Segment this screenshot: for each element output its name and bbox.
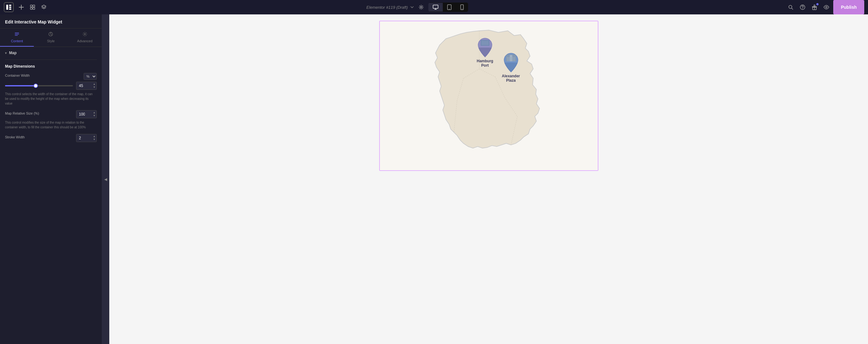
- svg-rect-9: [33, 7, 35, 9]
- svg-rect-27: [481, 41, 489, 45]
- sidebar-content: ▾ Map Map Dimensions Container Width % p…: [0, 47, 102, 344]
- alexander-plaza-label: Alexander Plaza: [502, 74, 520, 83]
- stroke-width-label: Stroke Width: [5, 135, 25, 139]
- mobile-view-button[interactable]: [456, 2, 468, 12]
- tab-style[interactable]: Style: [34, 29, 68, 46]
- style-tab-label: Style: [47, 39, 55, 43]
- publish-button[interactable]: Publish: [833, 0, 864, 14]
- svg-rect-2: [9, 7, 11, 8]
- map-relative-size-increment[interactable]: ▲: [92, 111, 96, 114]
- top-bar-actions: [16, 2, 49, 12]
- alexander-plaza-pin[interactable]: Alexander Plaza: [502, 53, 520, 83]
- tablet-view-button[interactable]: [443, 2, 456, 12]
- svg-rect-6: [30, 5, 32, 7]
- svg-rect-11: [433, 5, 438, 8]
- container-width-number-wrap: ▲ ▼: [76, 82, 97, 90]
- map-relative-size-number-wrap: ▲ ▼: [76, 110, 97, 118]
- map-section-header[interactable]: ▾ Map: [5, 51, 97, 55]
- page-dropdown[interactable]: [410, 5, 414, 9]
- map-relative-size-decrement[interactable]: ▼: [92, 114, 96, 117]
- collapse-icon: ◀: [104, 177, 107, 182]
- stroke-width-spinners: ▲ ▼: [92, 135, 96, 141]
- svg-point-21: [826, 7, 827, 8]
- layers-button[interactable]: [39, 2, 49, 12]
- hamburg-port-label: Hamburg Port: [477, 59, 494, 68]
- svg-point-15: [462, 9, 463, 9]
- stroke-width-number-wrap: ▲ ▼: [76, 134, 97, 142]
- map-relative-help: This control modifies the size of the ma…: [5, 120, 97, 130]
- svg-rect-8: [30, 7, 32, 9]
- top-bar-right: Publish: [786, 0, 864, 14]
- main-layout: Edit Interactive Map Widget Content: [0, 14, 868, 344]
- desktop-view-button[interactable]: [428, 3, 443, 11]
- style-tab-icon: [48, 32, 53, 38]
- sidebar-header: Edit Interactive Map Widget: [0, 14, 102, 29]
- container-width-decrement[interactable]: ▼: [92, 86, 96, 89]
- view-switcher: [428, 2, 468, 12]
- sidebar-tabs: Content Style Advanced: [0, 29, 102, 47]
- tab-advanced[interactable]: Advanced: [68, 29, 102, 46]
- svg-rect-1: [9, 5, 11, 6]
- map-container: Hamburg Port: [380, 21, 598, 170]
- map-dimensions-label: Map Dimensions: [5, 64, 97, 68]
- svg-point-10: [421, 7, 422, 8]
- stroke-width-increment[interactable]: ▲: [92, 135, 96, 138]
- gift-button[interactable]: [809, 2, 819, 12]
- sidebar: Edit Interactive Map Widget Content: [0, 14, 102, 344]
- container-width-help: This control selects the width of the co…: [5, 92, 97, 106]
- sidebar-title: Edit Interactive Map Widget: [5, 20, 97, 24]
- svg-rect-0: [6, 5, 8, 10]
- container-width-slider-row: ▲ ▼: [5, 82, 97, 90]
- container-width-spinners: ▲ ▼: [92, 83, 96, 89]
- svg-point-18: [803, 8, 803, 9]
- svg-point-23: [84, 33, 86, 35]
- hamburg-port-pin[interactable]: Hamburg Port: [477, 37, 494, 68]
- slider-thumb[interactable]: [33, 84, 38, 88]
- page-title: Elementor #119 (Draft): [366, 5, 408, 10]
- advanced-tab-icon: [82, 32, 87, 38]
- container-width-slider-track[interactable]: [5, 85, 73, 86]
- container-width-label: Container Width: [5, 73, 30, 77]
- container-width-input-row: % px: [84, 73, 97, 80]
- container-width-unit-select[interactable]: % px: [84, 73, 97, 80]
- search-button[interactable]: [786, 2, 796, 12]
- help-button[interactable]: [798, 2, 808, 12]
- page-settings-button[interactable]: [416, 2, 426, 12]
- slider-fill: [5, 85, 36, 86]
- stroke-width-decrement[interactable]: ▼: [92, 138, 96, 141]
- map-relative-size-spinners: ▲ ▼: [92, 111, 96, 117]
- top-bar-center: Elementor #119 (Draft): [51, 2, 783, 12]
- elementor-logo[interactable]: [4, 2, 14, 12]
- svg-rect-7: [33, 5, 35, 7]
- map-relative-size-label: Map Relative Size (%): [5, 112, 39, 115]
- content-tab-label: Content: [11, 39, 23, 43]
- container-width-increment[interactable]: ▲: [92, 83, 96, 86]
- content-tab-icon: [14, 32, 20, 38]
- tab-content[interactable]: Content: [0, 29, 34, 46]
- svg-rect-3: [9, 8, 11, 10]
- stroke-width-group: Stroke Width ▲ ▼: [5, 134, 97, 142]
- canvas-area: Hamburg Port: [109, 14, 868, 344]
- map-section-label: Map: [9, 51, 17, 55]
- pin-shape-alexander: [503, 53, 519, 73]
- pin-shape-hamburg: [477, 37, 493, 58]
- templates-button[interactable]: [28, 2, 38, 12]
- advanced-tab-label: Advanced: [77, 39, 92, 43]
- preview-button[interactable]: [822, 2, 831, 12]
- sidebar-collapse-panel[interactable]: ◀: [102, 14, 109, 344]
- canvas-frame: Hamburg Port: [379, 21, 598, 171]
- svg-point-13: [449, 9, 450, 9]
- svg-rect-32: [507, 57, 516, 61]
- add-element-button[interactable]: [16, 2, 26, 12]
- top-bar: Elementor #119 (Draft): [0, 0, 868, 14]
- map-section-arrow: ▾: [5, 51, 7, 55]
- map-relative-size-group: Map Relative Size (%) ▲ ▼ This control m…: [5, 110, 97, 130]
- map-dimensions-group: Map Dimensions: [5, 64, 97, 68]
- container-width-group: Container Width % px: [5, 73, 97, 106]
